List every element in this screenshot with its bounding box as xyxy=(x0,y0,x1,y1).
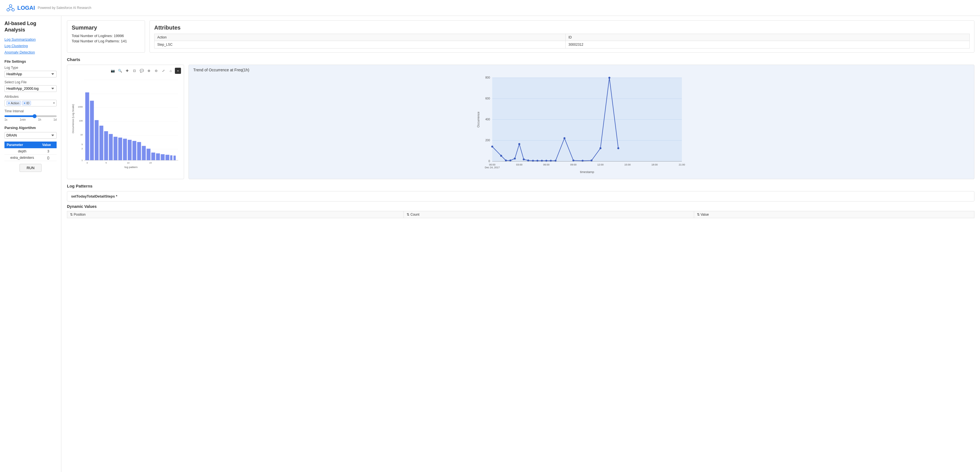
chart-camera-btn[interactable]: 📷 xyxy=(110,68,116,74)
nav-log-summarization[interactable]: Log Summarization xyxy=(5,37,57,41)
svg-text:100: 100 xyxy=(79,120,83,122)
svg-rect-31 xyxy=(137,142,141,160)
attr-tag-id-label: ID xyxy=(26,101,29,105)
chart-zoom-out-btn[interactable]: ⊖ xyxy=(153,68,159,74)
svg-point-1 xyxy=(7,9,10,11)
file-settings-title: File Settings xyxy=(5,59,57,63)
chart-zoom-in-btn[interactable]: ⊕ xyxy=(146,68,152,74)
log-file-select[interactable]: HealthApp_20000.log xyxy=(5,85,57,92)
attr-col-id: ID xyxy=(566,34,970,41)
dynamic-values: Dynamic Values ⇅ Position ⇅ Count xyxy=(67,204,974,218)
svg-rect-26 xyxy=(113,137,118,160)
sort-position-icon[interactable]: ⇅ xyxy=(70,212,73,217)
svg-text:03:00: 03:00 xyxy=(516,163,523,166)
svg-rect-39 xyxy=(173,155,176,160)
svg-text:timestamp: timestamp xyxy=(580,170,594,174)
svg-rect-21 xyxy=(90,101,94,160)
chart-plus-btn[interactable]: ✚ xyxy=(124,68,130,74)
total-patterns: Total Number of Log Patterns: 141 xyxy=(72,39,140,43)
attr-dropdown-arrow[interactable]: ▾ xyxy=(53,101,55,105)
nav-anomaly-detection[interactable]: Anomaly Detection xyxy=(5,50,57,54)
charts-row: 📷 🔍 ✚ ⊡ 💬 ⊕ ⊖ ⤢ ⌂ ▪ Occurrence (Log Scal… xyxy=(67,65,974,179)
svg-text:12:00: 12:00 xyxy=(597,163,604,166)
chart-select-btn[interactable]: ⊡ xyxy=(131,68,137,74)
sidebar: AI-based Log Analysis Log Summarization … xyxy=(0,16,61,472)
param-row-depth: depth 3 xyxy=(5,148,57,155)
log-type-select[interactable]: HealthApp xyxy=(5,71,57,78)
svg-point-59 xyxy=(500,155,502,157)
svg-rect-27 xyxy=(118,138,122,160)
svg-point-78 xyxy=(617,147,619,149)
svg-point-60 xyxy=(505,160,507,162)
attr-tag-action-label: Action xyxy=(11,101,19,105)
parsing-algo-select[interactable]: DRAIN xyxy=(5,132,57,139)
logai-logo-icon xyxy=(6,3,16,13)
attributes-panel: Attributes Action ID Step_LSC 30002312 xyxy=(150,21,974,53)
remove-id-icon[interactable]: × xyxy=(24,101,25,105)
slider-track[interactable] xyxy=(5,116,57,117)
slider-thumb[interactable] xyxy=(33,114,37,118)
nav-log-clustering[interactable]: Log Clustering xyxy=(5,44,57,48)
dv-col-value: ⇅ Value xyxy=(694,211,974,218)
svg-rect-37 xyxy=(165,155,169,160)
sort-value-icon[interactable]: ⇅ xyxy=(697,212,700,217)
param-delimiters-label: extra_delimiters xyxy=(5,154,40,161)
svg-rect-22 xyxy=(95,120,99,160)
chart-toolbar: 📷 🔍 ✚ ⊡ 💬 ⊕ ⊖ ⤢ ⌂ ▪ xyxy=(70,68,181,74)
param-delimiters-value: () xyxy=(40,154,57,161)
top-panels: Summary Total Number of Loglines: 19996 … xyxy=(67,21,974,53)
log-type-label: Log Type xyxy=(5,66,57,70)
main-layout: AI-based Log Analysis Log Summarization … xyxy=(0,16,980,472)
bar-chart-panel: 📷 🔍 ✚ ⊡ 💬 ⊕ ⊖ ⤢ ⌂ ▪ Occurrence (Log Scal… xyxy=(67,65,184,179)
svg-text:0: 0 xyxy=(488,160,490,163)
svg-text:10: 10 xyxy=(80,133,83,136)
run-button[interactable]: RUN xyxy=(19,164,41,172)
svg-text:1: 1 xyxy=(81,159,83,162)
trend-chart-panel: Trend of Occurrence at Freq(1h) Occurren… xyxy=(189,65,974,179)
attributes-input[interactable]: × Action × ID ▾ xyxy=(5,100,57,106)
svg-point-64 xyxy=(523,158,525,160)
chart-lasso-btn[interactable]: 💬 xyxy=(138,68,145,74)
attributes-title: Attributes xyxy=(154,25,970,31)
svg-text:21:00: 21:00 xyxy=(679,163,685,166)
chart-bar-btn[interactable]: ▪ xyxy=(175,68,181,74)
attr-row-0: Step_LSC 30002312 xyxy=(154,41,970,49)
svg-text:1000: 1000 xyxy=(78,106,83,108)
svg-text:Dec 24, 2017: Dec 24, 2017 xyxy=(485,166,500,169)
remove-action-icon[interactable]: × xyxy=(8,101,10,105)
time-labels: 1s 1min 1h 1d xyxy=(5,118,57,121)
chart-reset-btn[interactable]: ⤢ xyxy=(161,68,167,74)
time-interval-slider[interactable]: 1s 1min 1h 1d xyxy=(5,116,57,121)
svg-point-0 xyxy=(10,5,12,7)
attr-tag-action[interactable]: × Action xyxy=(6,101,21,105)
sort-count-icon[interactable]: ⇅ xyxy=(407,212,409,217)
svg-rect-32 xyxy=(142,146,146,160)
svg-rect-20 xyxy=(85,92,89,160)
svg-rect-38 xyxy=(170,155,172,160)
svg-point-77 xyxy=(609,77,611,79)
value-col-header: Value xyxy=(40,141,57,148)
app-title: AI-based Log Analysis xyxy=(5,21,57,33)
svg-point-76 xyxy=(600,147,601,149)
summary-title: Summary xyxy=(72,25,140,31)
svg-rect-33 xyxy=(147,149,151,160)
svg-text:06:00: 06:00 xyxy=(543,163,550,166)
svg-point-62 xyxy=(514,158,516,160)
logo-text: LOGAI xyxy=(17,5,35,11)
chart-zoom-btn[interactable]: 🔍 xyxy=(117,68,123,74)
time-label-1h: 1h xyxy=(38,118,41,121)
svg-text:400: 400 xyxy=(485,118,490,121)
chart-home-btn[interactable]: ⌂ xyxy=(168,68,174,74)
svg-rect-34 xyxy=(151,152,155,160)
svg-point-2 xyxy=(12,9,14,11)
svg-text:log pattern: log pattern xyxy=(124,166,137,169)
svg-text:15:00: 15:00 xyxy=(624,163,631,166)
log-file-label: Select Log File xyxy=(5,80,57,84)
dv-col-position: ⇅ Position xyxy=(67,211,404,218)
attr-tag-id[interactable]: × ID xyxy=(22,101,31,105)
trend-chart-title: Trend of Occurrence at Freq(1h) xyxy=(193,68,970,72)
param-depth-label: depth xyxy=(5,148,40,155)
svg-text:00:00: 00:00 xyxy=(489,163,496,166)
svg-text:0: 0 xyxy=(86,162,88,164)
svg-rect-35 xyxy=(156,153,160,160)
